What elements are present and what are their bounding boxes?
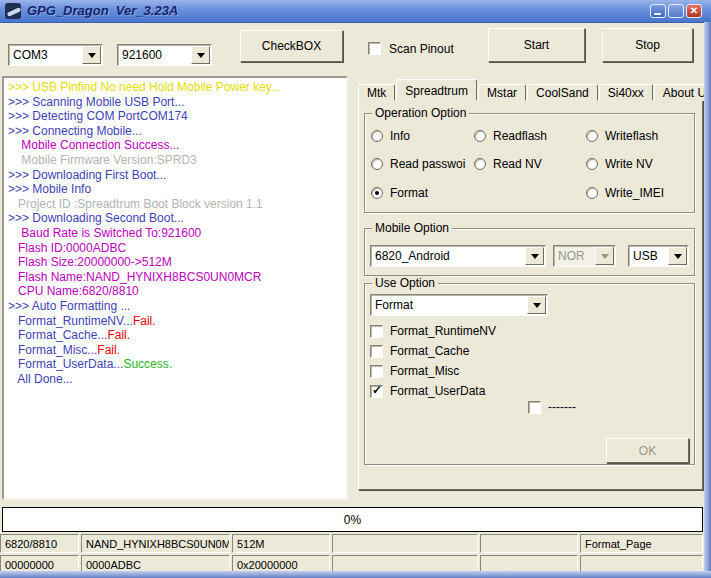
minimize-button[interactable] (650, 4, 666, 18)
mobile-option-title: Mobile Option (372, 221, 452, 235)
status-cell: 6820/8810 (0, 534, 79, 553)
checkbox-box[interactable] (370, 365, 383, 378)
log-line: Project ID :Spreadtrum Boot Block versio… (8, 197, 346, 212)
tab-spreadtrum[interactable]: Spreadtrum (396, 79, 477, 101)
radio-button[interactable] (586, 187, 598, 199)
radio-read-nv[interactable]: Read NV (474, 150, 586, 178)
log-line: >>> Scanning Mobile USB Port... (8, 95, 346, 110)
extra-dash-label: ------- (548, 400, 576, 414)
log-line: >>> Downloading Second Boot... (8, 211, 346, 226)
extra-dash-checkbox[interactable]: ------- (528, 400, 576, 414)
app-window: { "window": { "title": "GPG_Dragon Ver_3… (0, 0, 711, 578)
use-option-title: Use Option (372, 276, 438, 290)
window-title: GPG_Dragon Ver_3.23A (27, 3, 178, 18)
chevron-down-icon[interactable] (668, 247, 687, 265)
checkbox-box[interactable] (370, 325, 383, 338)
log-line: Mobile Connection Success... (8, 138, 346, 153)
radio-write_imei[interactable]: Write_IMEI (586, 179, 689, 207)
window-border-bottom (0, 571, 711, 578)
log-line: Format_UserData...Success. (8, 357, 346, 372)
radio-label: Writeflash (605, 129, 658, 143)
start-button[interactable]: Start (488, 28, 585, 62)
radio-label: Write_IMEI (605, 186, 664, 200)
log-line: >>> USB Pinfind No need Hold Mobile Powe… (8, 80, 346, 95)
checkbox-format_cache[interactable]: Format_Cache (370, 344, 469, 358)
radio-write-nv[interactable]: Write NV (586, 150, 689, 178)
radio-readflash[interactable]: Readflash (474, 122, 586, 150)
tab-si40xx[interactable]: Si40xx (599, 84, 653, 101)
chevron-down-icon[interactable] (525, 247, 544, 265)
checkbox-button[interactable]: CheckBOX (240, 30, 343, 62)
radio-label: Format (390, 186, 428, 200)
radio-button[interactable] (586, 130, 598, 142)
tab-mstar[interactable]: Mstar (478, 84, 526, 101)
log-line: Flash Size:20000000->512M (8, 255, 346, 270)
progress-percent: 0% (344, 513, 361, 527)
stop-button[interactable]: Stop (602, 28, 693, 62)
radio-label: Readflash (493, 129, 547, 143)
log-line: All Done... (8, 372, 346, 387)
radio-button[interactable] (586, 158, 598, 170)
checkbox-label: Format_Cache (390, 344, 469, 358)
radio-info[interactable]: Info (371, 122, 474, 150)
use-option-preset-value: Format (375, 298, 413, 312)
radio-writeflash[interactable]: Writeflash (586, 122, 689, 150)
log-line: Baud Rate is Switched To:921600 (8, 226, 346, 241)
log-line: Flash Name:NAND_HYNIXH8BCS0UN0MCR (8, 270, 346, 285)
checkbox-format_runtimenv[interactable]: Format_RuntimeNV (370, 324, 496, 338)
tab-about-us[interactable]: About US (654, 84, 711, 101)
radio-button[interactable] (474, 130, 486, 142)
checkbox-box[interactable] (370, 345, 383, 358)
com-port-value: COM3 (13, 48, 48, 62)
radio-format[interactable]: Format (371, 179, 474, 207)
status-cell: NAND_HYNIXH8BCS0UN0MCR (81, 534, 230, 553)
checkbox-box[interactable] (370, 385, 383, 398)
log-line: >>> Mobile Info (8, 182, 346, 197)
operation-option-radios: InfoReadflashWriteflashRead passwoiRead … (371, 122, 689, 207)
radio-read-passwoi[interactable]: Read passwoi (371, 150, 474, 178)
scan-pinout-checkbox[interactable] (368, 42, 381, 55)
maximize-button[interactable] (668, 4, 684, 18)
radio-button[interactable] (371, 130, 383, 142)
status-cell (480, 534, 578, 553)
baud-rate-select[interactable]: 921600 (117, 44, 212, 66)
checkbox-box[interactable] (528, 401, 541, 414)
com-port-select[interactable]: COM3 (8, 44, 103, 66)
radio-label: Read NV (493, 157, 542, 171)
log-line: Mobile Firmware Version:SPRD3 (8, 153, 346, 168)
radio-label: Write NV (605, 157, 653, 171)
tab-coolsand[interactable]: CoolSand (527, 84, 598, 101)
memory-type-select: NOR (553, 245, 616, 267)
log-area[interactable]: >>> USB Pinfind No need Hold Mobile Powe… (2, 76, 348, 500)
radio-button[interactable] (371, 158, 383, 170)
log-line: Flash ID:0000ADBC (8, 241, 346, 256)
log-line: >>> Auto Formatting ... (8, 299, 346, 314)
chevron-down-icon[interactable] (527, 296, 546, 314)
checkbox-format_misc[interactable]: Format_Misc (370, 364, 459, 378)
tab-mtk[interactable]: Mtk (358, 84, 395, 101)
log-line: >>> Connecting Mobile... (8, 124, 346, 139)
title-bar[interactable]: GPG_Dragon Ver_3.23A ✕ (0, 0, 711, 23)
interface-select[interactable]: USB (628, 245, 689, 267)
status-cell (332, 534, 478, 553)
radio-button[interactable] (474, 158, 486, 170)
progress-bar: 0% (2, 507, 703, 532)
interface-value: USB (633, 249, 658, 263)
operation-option-title: Operation Option (372, 106, 469, 120)
log-line: Format_Misc...Fail. (8, 343, 346, 358)
checkbox-format_userdata[interactable]: Format_UserData (370, 384, 485, 398)
dragon-app-icon (5, 3, 21, 19)
status-bar-row-1: 6820/8810NAND_HYNIXH8BCS0UN0MCR512MForma… (0, 534, 703, 553)
checkbox-label: Format_RuntimeNV (390, 324, 496, 338)
log-line: Format_RuntimeNV...Fail. (8, 314, 346, 329)
close-button[interactable]: ✕ (686, 4, 702, 18)
chevron-down-icon[interactable] (191, 46, 210, 64)
mobile-model-select[interactable]: 6820_Android (370, 245, 546, 267)
radio-button[interactable] (371, 187, 383, 199)
chevron-down-icon[interactable] (82, 46, 101, 64)
ok-button[interactable]: OK (606, 438, 689, 463)
use-option-preset-select[interactable]: Format (370, 294, 548, 316)
window-border-right (704, 22, 711, 578)
mobile-model-value: 6820_Android (375, 249, 450, 263)
log-line: >>> Downloading First Boot... (8, 168, 346, 183)
